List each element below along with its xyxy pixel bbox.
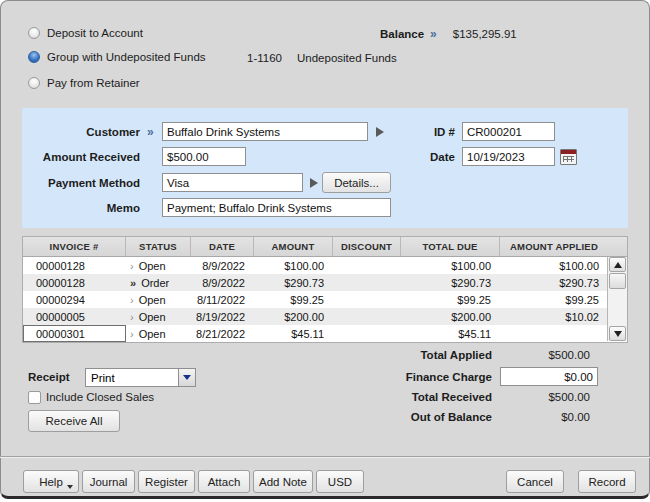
date-cell[interactable]: 8/21/2022 [191, 325, 254, 342]
scroll-down-icon [614, 331, 622, 337]
radio-label: Pay from Retainer [47, 77, 140, 89]
date-input[interactable]: 10/19/2023 [462, 147, 555, 166]
invoice-cell[interactable]: 00000128 [23, 274, 126, 291]
column-header[interactable]: DISCOUNT [333, 237, 401, 256]
details-button[interactable]: Details... [322, 172, 391, 193]
payment-method-list-arrow-icon[interactable] [310, 178, 318, 188]
status-value: Open [139, 260, 166, 272]
invoice-cell[interactable]: 00000294 [23, 291, 126, 308]
amount-received-input[interactable]: $500.00 [162, 147, 246, 166]
balance-display: Balance » $135,295.91 [380, 27, 517, 41]
receipt-dropdown[interactable]: Print [85, 368, 196, 387]
radio-group-undeposited-funds[interactable]: Group with Undeposited Funds [28, 51, 206, 63]
customer-zoom-arrow[interactable]: » [147, 125, 154, 139]
date-cell[interactable]: 8/9/2022 [191, 274, 254, 291]
receipt-label: Receipt [28, 371, 78, 383]
table-row[interactable]: 00000128›Open8/9/2022$100.00$100.00$100.… [23, 257, 627, 274]
table-row[interactable]: 00000294›Open8/11/2022$99.25$99.25$99.25 [23, 291, 627, 308]
receive-all-button[interactable]: Receive All [28, 410, 120, 432]
invoice-table-header: INVOICE #STATUSDATEAMOUNTDISCOUNTTOTAL D… [23, 237, 627, 257]
table-row[interactable]: 00000301›Open8/21/2022$45.11$45.11 [23, 325, 627, 342]
total-due-cell[interactable]: $100.00 [401, 257, 500, 274]
journal-button[interactable]: Journal [82, 470, 135, 493]
include-closed-sales-checkbox[interactable] [28, 391, 41, 404]
attach-button[interactable]: Attach [198, 470, 250, 493]
column-header[interactable]: AMOUNT APPLIED [500, 237, 608, 256]
scrollbar-thumb[interactable] [609, 273, 626, 289]
column-header[interactable]: STATUS [126, 237, 191, 256]
currency-button[interactable]: USD [316, 470, 364, 493]
radio-pay-from-retainer[interactable]: Pay from Retainer [28, 77, 140, 89]
discount-cell[interactable] [333, 291, 401, 308]
amount-received-label: Amount Received [28, 151, 140, 163]
amount-applied-cell[interactable]: $99.25 [500, 291, 608, 308]
receipt-dropdown-button[interactable] [178, 368, 196, 387]
customer-label: Customer [40, 126, 140, 138]
zoom-arrow-icon[interactable]: › [130, 294, 134, 306]
receipt-dropdown-value[interactable]: Print [85, 368, 178, 387]
footer-divider [0, 456, 650, 458]
discount-cell[interactable] [333, 274, 401, 291]
total-due-cell[interactable]: $200.00 [401, 308, 500, 325]
invoice-cell[interactable]: 00000301 [23, 325, 126, 342]
table-row[interactable]: 00000128»Order8/9/2022$290.73$290.73$290… [23, 274, 627, 291]
chevron-down-icon [183, 375, 191, 380]
cancel-button[interactable]: Cancel [506, 470, 564, 493]
column-header[interactable]: AMOUNT [254, 237, 333, 256]
amount-applied-cell[interactable]: $10.02 [500, 308, 608, 325]
customer-input[interactable]: Buffalo Drink Systems [162, 122, 368, 141]
zoom-arrow-icon[interactable]: » [130, 277, 136, 289]
amount-cell[interactable]: $99.25 [254, 291, 333, 308]
amount-applied-cell[interactable]: $290.73 [500, 274, 608, 291]
register-button[interactable]: Register [138, 470, 195, 493]
customer-list-arrow-icon[interactable] [376, 127, 384, 137]
column-header[interactable]: INVOICE # [23, 237, 126, 256]
amount-cell[interactable]: $200.00 [254, 308, 333, 325]
include-closed-sales-label: Include Closed Sales [46, 391, 154, 403]
table-scrollbar[interactable] [607, 257, 627, 341]
zoom-arrow-icon[interactable]: › [130, 328, 134, 340]
radio-deposit-to-account[interactable]: Deposit to Account [28, 27, 143, 39]
amount-applied-cell[interactable]: $100.00 [500, 257, 608, 274]
column-header[interactable]: DATE [191, 237, 254, 256]
discount-cell[interactable] [333, 325, 401, 342]
memo-label: Memo [60, 202, 140, 214]
column-header[interactable]: TOTAL DUE [401, 237, 500, 256]
total-due-cell[interactable]: $290.73 [401, 274, 500, 291]
amount-cell[interactable]: $290.73 [254, 274, 333, 291]
radio-icon[interactable] [28, 27, 40, 39]
amount-cell[interactable]: $100.00 [254, 257, 333, 274]
invoice-cell[interactable]: 00000128 [23, 257, 126, 274]
calendar-icon[interactable] [560, 149, 577, 165]
date-cell[interactable]: 8/11/2022 [191, 291, 254, 308]
scroll-down-button[interactable] [609, 326, 626, 341]
add-note-button[interactable]: Add Note [253, 470, 313, 493]
payment-method-label: Payment Method [28, 177, 140, 189]
finance-charge-input[interactable]: $0.00 [500, 367, 598, 386]
zoom-arrow-icon[interactable]: › [130, 260, 134, 272]
record-button[interactable]: Record [578, 470, 636, 493]
id-input[interactable]: CR000201 [462, 122, 555, 141]
scroll-up-button[interactable] [609, 257, 626, 272]
table-row[interactable]: 00000005›Open8/19/2022$200.00$200.00$10.… [23, 308, 627, 325]
radio-icon[interactable] [28, 77, 40, 89]
total-due-cell[interactable]: $99.25 [401, 291, 500, 308]
out-of-balance-value: $0.00 [440, 411, 590, 423]
status-value: Open [139, 311, 166, 323]
invoice-cell[interactable]: 00000005 [23, 308, 126, 325]
invoice-table-body: 00000128›Open8/9/2022$100.00$100.00$100.… [23, 257, 627, 342]
date-cell[interactable]: 8/9/2022 [191, 257, 254, 274]
amount-applied-cell[interactable] [500, 325, 608, 342]
date-label: Date [415, 151, 455, 163]
memo-input[interactable]: Payment; Buffalo Drink Systems [162, 198, 391, 217]
total-due-cell[interactable]: $45.11 [401, 325, 500, 342]
discount-cell[interactable] [333, 308, 401, 325]
date-cell[interactable]: 8/19/2022 [191, 308, 254, 325]
amount-cell[interactable]: $45.11 [254, 325, 333, 342]
help-button[interactable]: Help [23, 470, 79, 493]
payment-method-input[interactable]: Visa [162, 173, 303, 192]
zoom-arrow-icon[interactable]: › [130, 311, 134, 323]
balance-zoom-arrow[interactable]: » [430, 27, 437, 41]
discount-cell[interactable] [333, 257, 401, 274]
radio-icon[interactable] [28, 51, 40, 63]
